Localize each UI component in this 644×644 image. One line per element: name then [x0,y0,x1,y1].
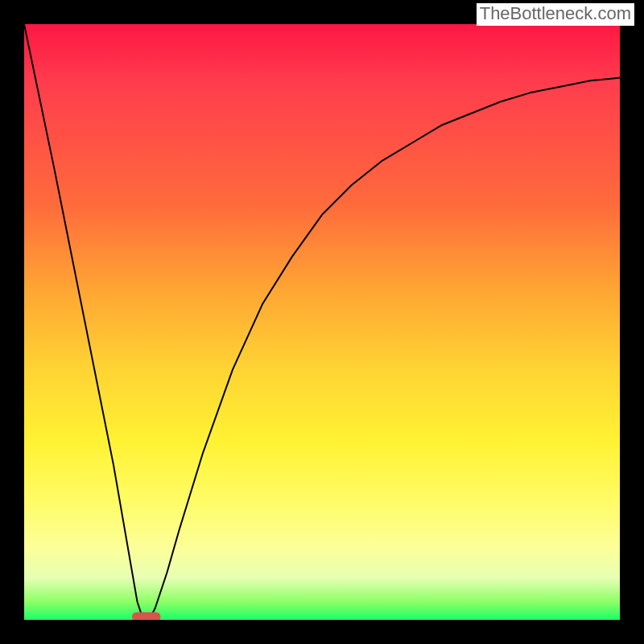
attribution-label: TheBottleneck.com [477,3,634,26]
plot-frame [24,24,620,620]
optimal-region-marker [132,612,161,620]
bottleneck-curve [24,24,620,620]
chart-overlay [24,24,620,620]
chart-container: TheBottleneck.com [0,0,644,644]
